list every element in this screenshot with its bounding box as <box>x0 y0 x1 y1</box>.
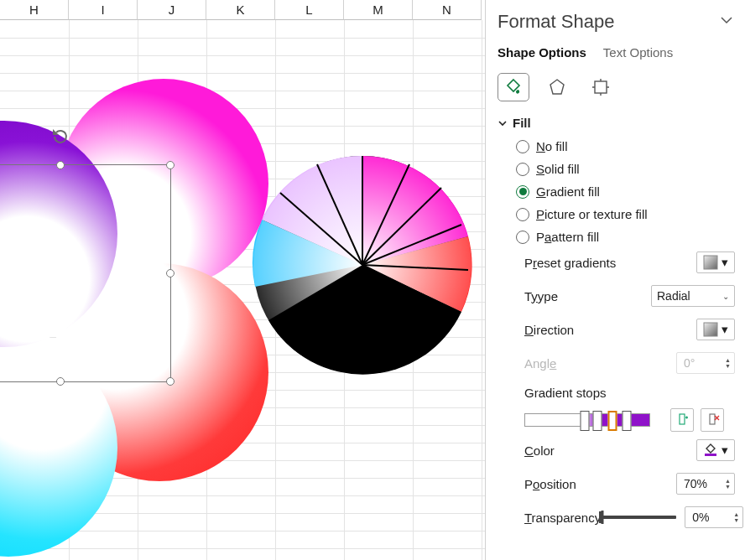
shapes-layer <box>0 20 485 560</box>
transparency-label: Transparency <box>524 511 601 525</box>
col-header-l[interactable]: L <box>275 0 344 20</box>
gradient-stops-label: Gradient stops <box>524 386 607 400</box>
fill-section-header[interactable]: Fill <box>498 113 735 132</box>
fill-and-line-icon[interactable] <box>498 73 529 101</box>
shape-pie[interactable] <box>250 153 475 377</box>
col-header-i[interactable]: I <box>69 0 138 20</box>
spreadsheet-canvas[interactable]: H I J K L M N <box>0 0 485 560</box>
rotate-handle[interactable] <box>51 127 70 145</box>
svg-rect-16 <box>705 454 716 456</box>
position-label: Poosition <box>524 477 576 491</box>
col-header-h[interactable]: H <box>0 0 69 20</box>
direction-label: Direction <box>524 323 574 337</box>
gradient-stop-selected[interactable] <box>607 411 617 431</box>
panel-title: Format Shape <box>498 11 614 33</box>
fill-opt-solid[interactable]: Solid fill <box>516 162 735 176</box>
col-header-n[interactable]: N <box>413 0 482 20</box>
transparency-slider[interactable] <box>601 516 676 519</box>
remove-stop-button[interactable] <box>701 408 724 432</box>
col-header-j[interactable]: J <box>138 0 206 20</box>
svg-rect-14 <box>680 414 685 424</box>
fill-section-label: Fill <box>513 116 531 130</box>
add-stop-button[interactable] <box>670 408 694 432</box>
type-label: Tyype <box>524 289 558 303</box>
svg-rect-12 <box>704 256 717 269</box>
color-button[interactable]: ▾ <box>696 439 735 461</box>
svg-marker-10 <box>550 80 564 94</box>
gradient-stop[interactable] <box>581 411 590 431</box>
panel-collapse-button[interactable] <box>718 12 735 32</box>
type-dropdown[interactable]: Radial⌄ <box>651 285 735 307</box>
gradient-stops-track[interactable] <box>524 413 650 427</box>
svg-rect-15 <box>710 414 715 424</box>
transparency-input[interactable]: 0% ▲▼ <box>685 506 743 528</box>
format-shape-panel: Format Shape Shape Options Text Options … <box>485 0 745 560</box>
tab-text-options[interactable]: Text Options <box>603 45 673 61</box>
angle-input: 0° ▲▼ <box>676 352 735 374</box>
col-header-m[interactable]: M <box>344 0 413 20</box>
column-headers: H I J K L M N <box>0 0 485 20</box>
direction-button[interactable]: ▾ <box>696 319 735 340</box>
color-label: Color <box>524 443 555 458</box>
preset-label: Preset gradients <box>524 256 616 270</box>
angle-label: Angle <box>524 356 556 371</box>
gradient-stop[interactable] <box>623 411 632 431</box>
svg-rect-11 <box>595 81 607 93</box>
fill-opt-none[interactable]: No fill <box>516 139 735 153</box>
fill-opt-picture[interactable]: Picture or texture fill <box>516 207 735 221</box>
col-header-k[interactable]: K <box>206 0 275 20</box>
fill-opt-pattern[interactable]: Paattern fill <box>516 230 735 244</box>
preset-gradients-button[interactable]: ▾ <box>696 251 735 273</box>
effects-icon[interactable] <box>541 73 573 101</box>
tab-shape-options[interactable]: Shape Options <box>498 45 586 61</box>
svg-rect-13 <box>704 323 717 336</box>
size-properties-icon[interactable] <box>585 73 617 101</box>
selection-box[interactable] <box>0 164 171 382</box>
gradient-stop[interactable] <box>592 411 602 431</box>
position-input[interactable]: 70% ▲▼ <box>676 473 735 495</box>
fill-opt-gradient[interactable]: Gradient fill <box>516 184 735 199</box>
